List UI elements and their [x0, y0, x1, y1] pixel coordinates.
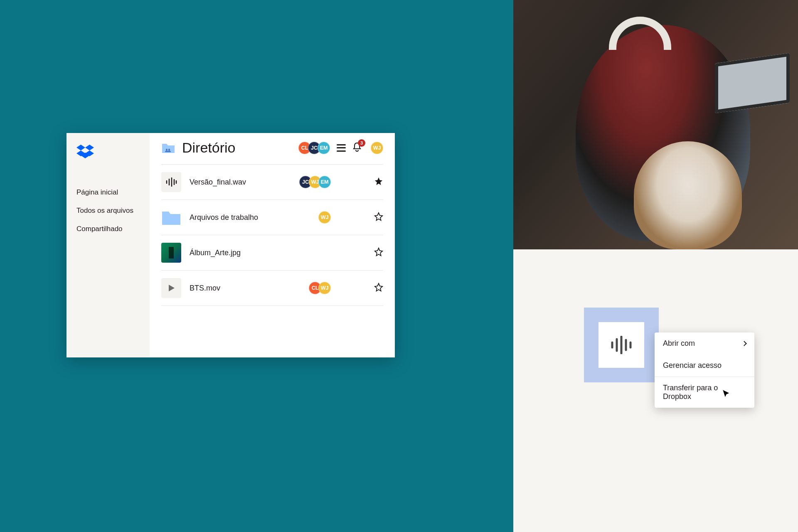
folder-shared-icon: [161, 142, 175, 154]
sidebar-item-shared[interactable]: Compartilhado: [76, 221, 140, 237]
file-row[interactable]: Arquivos de trabalho WJ: [161, 200, 383, 235]
profile-avatar[interactable]: WJ: [371, 142, 383, 154]
page-title: Diretório: [182, 140, 292, 156]
image-thumbnail: [161, 243, 181, 263]
audio-file-icon: [610, 336, 633, 354]
avatar[interactable]: EM: [318, 176, 331, 188]
context-panel: Abrir com Gerenciar acesso Transferir pa…: [513, 249, 798, 532]
file-name: Versão_final.wav: [190, 178, 277, 187]
context-menu-item-open-with[interactable]: Abrir com: [655, 332, 754, 355]
svg-point-5: [166, 148, 167, 150]
file-avatars: CL WJ: [285, 282, 331, 294]
star-outline-icon[interactable]: [374, 212, 383, 223]
file-name: Álbum_Arte.jpg: [190, 249, 277, 257]
file-tile[interactable]: [584, 308, 659, 382]
svg-marker-0: [76, 145, 85, 150]
menu-item-label: Gerenciar acesso: [663, 361, 722, 370]
file-avatars: JC WJ EM: [285, 176, 331, 188]
file-avatars: WJ: [285, 211, 331, 224]
audio-file-icon: [161, 172, 181, 192]
app-window: Página inicial Todos os arquivos Compart…: [66, 133, 395, 357]
chevron-right-icon: [741, 341, 747, 346]
folder-icon: [161, 207, 181, 227]
avatar[interactable]: EM: [318, 142, 330, 154]
file-name: BTS.mov: [190, 284, 277, 293]
star-filled-icon[interactable]: [374, 177, 383, 187]
notifications-button[interactable]: 3: [352, 142, 362, 154]
main-panel: Diretório CL JC EM 3 WJ Versão_final.wav: [150, 133, 395, 357]
context-menu: Abrir com Gerenciar acesso Transferir pa…: [655, 332, 754, 408]
context-menu-item-manage-access[interactable]: Gerenciar acesso: [655, 355, 754, 377]
svg-point-6: [168, 148, 170, 150]
file-name: Arquivos de trabalho: [190, 213, 277, 222]
file-row[interactable]: Álbum_Arte.jpg: [161, 235, 383, 270]
context-menu-item-transfer[interactable]: Transferir para o Dropbox: [655, 377, 754, 408]
menu-item-label: Abrir com: [663, 339, 695, 348]
sidebar: Página inicial Todos os arquivos Compart…: [66, 133, 150, 357]
file-row[interactable]: BTS.mov CL WJ: [161, 270, 383, 306]
sidebar-item-home[interactable]: Página inicial: [76, 185, 140, 200]
file-row[interactable]: Versão_final.wav JC WJ EM: [161, 164, 383, 200]
star-outline-icon[interactable]: [374, 247, 383, 258]
notification-badge: 3: [358, 139, 365, 147]
menu-icon[interactable]: [337, 144, 346, 152]
sidebar-item-all-files[interactable]: Todos os arquivos: [76, 203, 140, 219]
avatar[interactable]: WJ: [318, 282, 331, 294]
menu-item-label: Transferir para o Dropbox: [663, 384, 746, 401]
header-avatars: CL JC EM: [298, 142, 330, 154]
cursor-icon: [721, 389, 732, 399]
header: Diretório CL JC EM 3 WJ: [161, 140, 383, 164]
hero-photo: [513, 0, 798, 249]
svg-marker-1: [85, 145, 94, 150]
video-file-icon: [161, 278, 181, 298]
star-outline-icon[interactable]: [374, 283, 383, 293]
right-column: Abrir com Gerenciar acesso Transferir pa…: [513, 0, 798, 532]
dropbox-logo-icon: [76, 145, 140, 161]
avatar[interactable]: WJ: [318, 211, 331, 224]
